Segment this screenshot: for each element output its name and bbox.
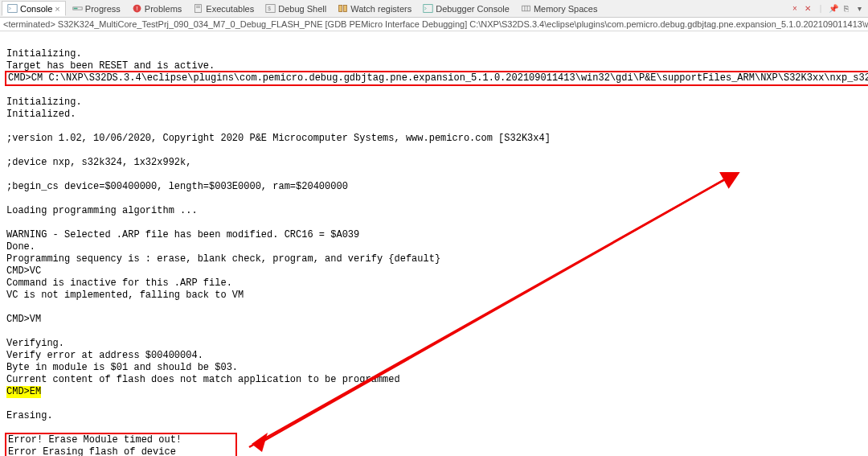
tab-executables[interactable]: Executables <box>188 2 259 15</box>
tab-label: Executables <box>206 4 254 14</box>
svg-rect-6 <box>196 6 200 6</box>
svg-rect-0 <box>8 5 17 13</box>
tab-console[interactable]: Console × <box>2 1 66 16</box>
tab-label: Problems <box>145 4 182 14</box>
svg-text:!: ! <box>136 5 137 12</box>
console-status: <terminated> S32K324_MultiCore_TestPrj_0… <box>0 18 868 31</box>
console-line: Done. <box>6 241 35 253</box>
pin-icon[interactable]: 📌 <box>828 3 839 14</box>
display-icon[interactable]: ⎘ <box>841 3 852 14</box>
tab-label: Debug Shell <box>278 4 326 14</box>
svg-rect-12 <box>424 5 432 13</box>
tab-progress[interactable]: Progress <box>68 2 125 15</box>
svg-rect-13 <box>522 6 530 11</box>
close-console-icon[interactable]: × <box>789 3 800 14</box>
console-line: Verifying. <box>6 338 64 349</box>
error-block: Error! Erase Module timed out! Error Era… <box>6 434 235 456</box>
remove-all-icon[interactable]: ✕ <box>802 3 813 14</box>
console-line: ;begin_cs device=$00400000, length=$003E… <box>6 181 348 192</box>
cmd-cm-highlight: CMD>CM C:\NXP\S32DS.3.4\eclipse\plugins\… <box>6 72 868 84</box>
memory-icon <box>521 3 531 14</box>
tab-label: Memory Spaces <box>534 4 597 14</box>
console-line: Target has been RESET and is active. <box>6 60 215 72</box>
console-line: WARNING - Selected .ARP file has been mo… <box>6 229 359 240</box>
svg-rect-2 <box>73 8 77 10</box>
svg-text:$: $ <box>268 6 271 11</box>
console-line: Erasing. <box>6 410 53 421</box>
svg-rect-7 <box>196 7 200 8</box>
tab-memory-spaces[interactable]: Memory Spaces <box>516 2 602 15</box>
view-tabbar: Console × Progress ! Problems Executable… <box>0 0 868 18</box>
tab-label: Debugger Console <box>436 4 510 14</box>
toolbar-icons: × ✕ | 📌 ⎘ ▾ <box>789 3 868 14</box>
tab-label: Watch registers <box>350 4 411 14</box>
svg-rect-5 <box>195 5 202 13</box>
console-line: ;device nxp, s32k324, 1x32x992k, <box>6 157 191 168</box>
svg-line-17 <box>256 172 738 446</box>
problems-icon: ! <box>132 3 142 14</box>
console-line: Current content of flash does not match … <box>6 374 400 385</box>
tab-debug-shell[interactable]: $ Debug Shell <box>260 2 331 15</box>
console-line: Verify error at address $00400004. <box>6 350 203 361</box>
toolbar-sep: | <box>815 3 826 14</box>
cmd-em-highlight: CMD>EM <box>6 386 41 398</box>
progress-icon <box>72 3 83 14</box>
svg-line-16 <box>249 172 738 447</box>
console-line: Command is inactive for this .ARP file. <box>6 277 232 289</box>
console-icon <box>7 3 18 14</box>
dropdown-icon[interactable]: ▾ <box>854 3 865 14</box>
tab-label: Console <box>20 4 52 14</box>
console-line: CMD>VC <box>6 265 41 277</box>
console-line: Loading programming algorithm ... <box>6 205 198 216</box>
svg-rect-10 <box>339 5 342 11</box>
annotation-arrow <box>240 172 754 456</box>
tab-watch-registers[interactable]: Watch registers <box>333 2 416 15</box>
tab-debugger-console[interactable]: Debugger Console <box>418 2 514 15</box>
close-icon[interactable]: × <box>55 4 59 14</box>
console-line: VC is not implemented, falling back to V… <box>6 290 244 301</box>
console-line: Initializing. <box>6 48 82 60</box>
console-line: Programming sequency is : erase, blank c… <box>6 253 440 265</box>
console-line: ;version 1.02, 10/06/2020, Copyright 202… <box>6 133 551 144</box>
console-line: CMD>VM <box>6 314 41 325</box>
console-line: Initialized. <box>6 109 76 120</box>
debugger-console-icon <box>423 3 433 14</box>
console-line: Byte in module is $01 and should be $03. <box>6 362 238 373</box>
tab-problems[interactable]: ! Problems <box>127 2 186 15</box>
tab-label: Progress <box>85 4 121 14</box>
executables-icon <box>193 3 203 14</box>
registers-icon <box>338 3 348 14</box>
debug-shell-icon: $ <box>265 3 276 14</box>
console-line: Initializing. <box>6 97 82 108</box>
console-output[interactable]: Initializing. Target has been RESET and … <box>0 31 868 456</box>
svg-rect-11 <box>343 5 346 11</box>
